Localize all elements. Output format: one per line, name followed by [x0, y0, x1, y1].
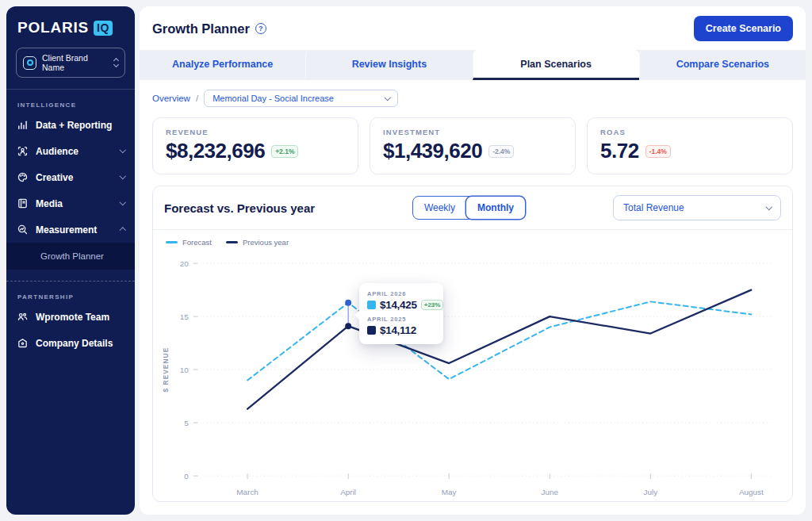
legend-label: Previous year — [243, 238, 289, 247]
sidebar-item-audience[interactable]: Audience — [6, 138, 135, 164]
section-partnership: PARTNERSHIP — [6, 282, 135, 304]
toggle-monthly[interactable]: Monthly — [466, 197, 525, 219]
client-brand-label: Client Brand Name — [42, 53, 109, 72]
sidebar-item-wpromote-team[interactable]: Wpromote Team — [6, 304, 135, 330]
brand-name: POLARIS — [17, 19, 89, 36]
measurement-search-icon — [17, 224, 29, 236]
breadcrumb: Overview / Memorial Day - Social Increas… — [140, 80, 806, 116]
sidebar-item-media[interactable]: Media — [6, 190, 135, 216]
chevron-down-icon — [765, 204, 772, 210]
chart-header: Forecast vs. Previous year Weekly Monthl… — [153, 186, 792, 230]
svg-text:May: May — [442, 488, 457, 496]
svg-text:20: 20 — [180, 259, 190, 268]
kpi-label: ROAS — [600, 128, 779, 136]
kpi-value: 5.72 — [600, 139, 639, 163]
chevron-down-icon — [119, 173, 125, 179]
audience-icon — [17, 145, 29, 157]
kpi-card-revenue: REVENUE $8,232,696 +2.1% — [152, 117, 358, 174]
sidebar-item-label: Data + Reporting — [36, 120, 124, 131]
growth-planner-app: POLARIS IQ Client Brand Name INTELLIGENC… — [0, 0, 812, 521]
kpi-card-investment: INVESTMENT $1,439,620 -2.4% — [370, 117, 576, 174]
tooltip-value: $14,425 — [380, 299, 417, 311]
chevron-down-icon — [119, 147, 125, 153]
chevron-down-icon — [385, 94, 391, 101]
tab-review-insights[interactable]: Review Insights — [305, 50, 472, 80]
svg-text:August: August — [739, 488, 764, 496]
forecast-chart-card: Forecast vs. Previous year Weekly Monthl… — [152, 186, 793, 502]
help-icon[interactable]: ? — [255, 23, 266, 34]
bar-chart-icon — [17, 119, 29, 131]
kpi-delta-badge: +2.1% — [271, 145, 298, 158]
svg-text:15: 15 — [180, 312, 190, 321]
tab-analyze-performance[interactable]: Analyze Performance — [140, 50, 305, 80]
legend-item-previous-year: Previous year — [226, 238, 289, 247]
kpi-label: INVESTMENT — [383, 128, 562, 136]
sidebar-item-data-reporting[interactable]: Data + Reporting — [6, 112, 135, 138]
tab-bar: Analyze Performance Review Insights Plan… — [140, 50, 806, 80]
kpi-value: $1,439,620 — [383, 139, 482, 163]
toggle-weekly[interactable]: Weekly — [413, 197, 466, 219]
chevron-up-icon — [119, 228, 125, 234]
kpi-card-roas: ROAS 5.72 -1.4% — [587, 117, 793, 174]
section-intelligence: INTELLIGENCE — [6, 90, 135, 112]
sidebar-item-company-details[interactable]: Company Details — [6, 330, 135, 356]
brand-badge: IQ — [94, 21, 113, 36]
sidebar-item-growth-planner-active[interactable]: Growth Planner — [6, 243, 135, 270]
sort-chevrons-icon — [114, 59, 118, 67]
svg-text:0: 0 — [184, 472, 189, 481]
sidebar-item-label: Company Details — [36, 338, 124, 349]
svg-text:April: April — [340, 488, 356, 496]
create-scenario-button[interactable]: Create Scenario — [694, 16, 793, 41]
chart-legend: Forecast Previous year — [153, 230, 792, 247]
tooltip-delta-badge: +23% — [421, 300, 444, 310]
scenario-dropdown[interactable]: Memorial Day - Social Increase — [204, 90, 398, 107]
main-panel: Growth Planner ? Create Scenario Analyze… — [140, 6, 806, 515]
sidebar-item-label: Media — [36, 198, 113, 209]
kpi-delta-badge: -2.4% — [488, 145, 514, 158]
scenario-dropdown-value: Memorial Day - Social Increase — [213, 94, 379, 103]
forecast-swatch — [367, 301, 376, 309]
sidebar-item-label: Audience — [36, 146, 113, 157]
previous-year-swatch — [226, 241, 238, 243]
chart-title: Forecast vs. Previous year — [164, 201, 412, 215]
page-title: Growth Planner — [152, 21, 250, 36]
line-chart[interactable]: 20151050MarchAprilMayJuneJulyAugust$ REV… — [153, 247, 792, 501]
sidebar-item-label: Creative — [36, 172, 113, 183]
tooltip-value: $14,112 — [380, 324, 416, 336]
svg-text:10: 10 — [180, 366, 190, 374]
tooltip-period: APRIL 2025 — [367, 316, 435, 323]
svg-text:5: 5 — [184, 419, 189, 427]
sidebar: POLARIS IQ Client Brand Name INTELLIGENC… — [6, 6, 135, 515]
team-icon — [17, 311, 29, 323]
kpi-label: REVENUE — [166, 128, 345, 136]
metric-dropdown[interactable]: Total Revenue — [613, 195, 781, 220]
svg-text:June: June — [542, 488, 559, 496]
sidebar-item-creative[interactable]: Creative — [6, 164, 135, 190]
sidebar-item-measurement[interactable]: Measurement — [6, 216, 135, 243]
sidebar-item-label: Measurement — [36, 224, 113, 236]
svg-text:March: March — [236, 488, 259, 496]
palette-icon — [17, 171, 29, 183]
kpi-delta-badge: -1.4% — [645, 145, 671, 158]
previous-year-swatch — [367, 326, 376, 335]
tab-plan-scenarios[interactable]: Plan Scenarios — [473, 50, 639, 80]
brand-logo: POLARIS IQ — [6, 6, 135, 46]
media-icon — [17, 197, 29, 209]
sidebar-item-label: Wpromote Team — [36, 312, 124, 323]
main-header: Growth Planner ? Create Scenario — [140, 6, 806, 50]
chevron-down-icon — [119, 199, 125, 205]
legend-item-forecast: Forecast — [166, 238, 212, 247]
client-brand-icon — [23, 56, 36, 70]
line-chart-svg: 20151050MarchAprilMayJuneJulyAugust$ REV… — [156, 248, 786, 513]
forecast-swatch — [166, 241, 178, 243]
tab-compare-scenarios[interactable]: Compare Scenarios — [639, 50, 806, 80]
breadcrumb-overview-link[interactable]: Overview — [152, 94, 190, 103]
period-toggle: Weekly Monthly — [412, 196, 526, 220]
svg-text:July: July — [643, 488, 657, 496]
legend-label: Forecast — [182, 238, 212, 247]
kpi-value: $8,232,696 — [166, 139, 265, 163]
metric-dropdown-value: Total Revenue — [623, 202, 760, 213]
client-brand-selector[interactable]: Client Brand Name — [16, 48, 125, 78]
kpi-row: REVENUE $8,232,696 +2.1% INVESTMENT $1,4… — [140, 116, 806, 174]
company-icon — [17, 337, 29, 349]
